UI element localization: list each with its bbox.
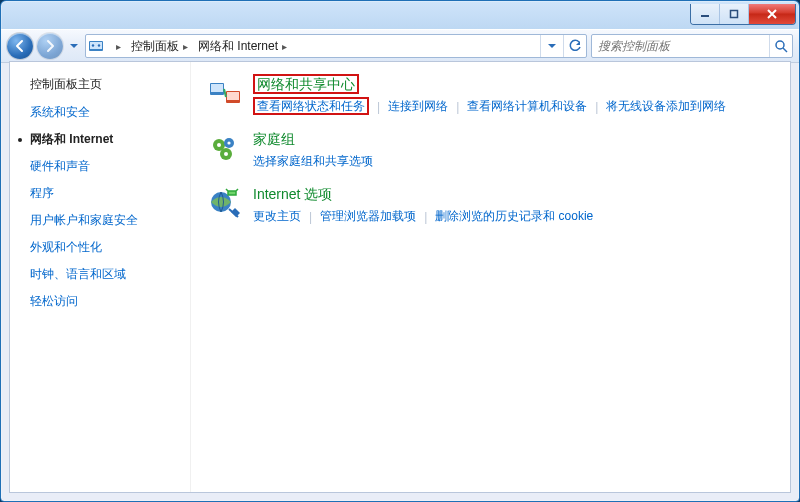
sidebar-item-label: 轻松访问 xyxy=(30,294,78,308)
category-link-label: 更改主页 xyxy=(253,209,301,223)
category-title[interactable]: Internet 选项 xyxy=(253,186,774,204)
svg-point-6 xyxy=(776,41,784,49)
category: 家庭组选择家庭组和共享选项 xyxy=(207,131,774,170)
link-separator: | xyxy=(448,100,467,114)
category: 网络和共享中心查看网络状态和任务|连接到网络|查看网络计算机和设备|将无线设备添… xyxy=(207,76,774,115)
svg-rect-11 xyxy=(227,92,239,100)
highlight-box: 查看网络状态和任务 xyxy=(253,97,369,115)
search-field[interactable] xyxy=(591,34,793,58)
sidebar-item-label: 硬件和声音 xyxy=(30,159,90,173)
sidebar: 控制面板主页 系统和安全网络和 Internet硬件和声音程序用户帐户和家庭安全… xyxy=(10,62,191,492)
category-links: 选择家庭组和共享选项 xyxy=(253,153,774,170)
svg-rect-1 xyxy=(731,11,738,18)
category-icon xyxy=(207,76,243,112)
category-link-label: 管理浏览器加载项 xyxy=(320,209,416,223)
category-link-label: 查看网络状态和任务 xyxy=(257,99,365,113)
svg-point-5 xyxy=(98,44,100,46)
category-icon xyxy=(207,186,243,222)
main-panel: 网络和共享中心查看网络状态和任务|连接到网络|查看网络计算机和设备|将无线设备添… xyxy=(191,62,790,492)
highlight-box: 网络和共享中心 xyxy=(253,74,359,94)
category-body: 网络和共享中心查看网络状态和任务|连接到网络|查看网络计算机和设备|将无线设备添… xyxy=(253,76,774,115)
search-icon[interactable] xyxy=(769,35,792,57)
sidebar-item[interactable]: 用户帐户和家庭安全 xyxy=(10,207,190,234)
maximize-button[interactable] xyxy=(719,4,748,24)
titlebar xyxy=(1,1,799,29)
sidebar-item-label: 时钟、语言和区域 xyxy=(30,267,126,281)
breadcrumb-item[interactable]: 网络和 Internet ▸ xyxy=(192,35,291,57)
category-link[interactable]: 管理浏览器加载项 xyxy=(320,208,416,225)
breadcrumb-root[interactable]: ▸ xyxy=(106,35,125,57)
category: Internet 选项更改主页|管理浏览器加载项|删除浏览的历史记录和 cook… xyxy=(207,186,774,225)
svg-line-7 xyxy=(783,48,787,52)
category-link[interactable]: 更改主页 xyxy=(253,208,301,225)
svg-point-16 xyxy=(227,141,230,144)
category-link[interactable]: 连接到网络 xyxy=(388,98,448,115)
refresh-button[interactable] xyxy=(563,35,586,57)
sidebar-item[interactable]: 硬件和声音 xyxy=(10,153,190,180)
category-title[interactable]: 家庭组 xyxy=(253,131,774,149)
category-link-label: 选择家庭组和共享选项 xyxy=(253,154,373,168)
category-link[interactable]: 将无线设备添加到网络 xyxy=(606,98,726,115)
content: 控制面板主页 系统和安全网络和 Internet硬件和声音程序用户帐户和家庭安全… xyxy=(9,61,791,493)
sidebar-item-label: 系统和安全 xyxy=(30,105,90,119)
control-panel-icon xyxy=(86,36,106,56)
category-body: Internet 选项更改主页|管理浏览器加载项|删除浏览的历史记录和 cook… xyxy=(253,186,774,225)
svg-point-4 xyxy=(92,44,94,46)
svg-rect-9 xyxy=(211,84,223,92)
category-link[interactable]: 删除浏览的历史记录和 cookie xyxy=(435,208,593,225)
close-button[interactable] xyxy=(748,4,795,24)
category-link[interactable]: 选择家庭组和共享选项 xyxy=(253,153,373,170)
link-separator: | xyxy=(587,100,606,114)
search-input[interactable] xyxy=(592,39,769,53)
nav-history-dropdown[interactable] xyxy=(67,35,81,57)
category-title-label: Internet 选项 xyxy=(253,186,332,202)
address-bar[interactable]: ▸ 控制面板 ▸ 网络和 Internet ▸ xyxy=(85,34,587,58)
category-title-label: 网络和共享中心 xyxy=(257,76,355,92)
breadcrumb-item[interactable]: 控制面板 ▸ xyxy=(125,35,192,57)
sidebar-heading[interactable]: 控制面板主页 xyxy=(10,76,190,99)
address-dropdown[interactable] xyxy=(540,35,563,57)
nav-back-button[interactable] xyxy=(7,33,33,59)
category-title-label: 家庭组 xyxy=(253,131,295,147)
sidebar-item[interactable]: 时钟、语言和区域 xyxy=(10,261,190,288)
sidebar-item-label: 外观和个性化 xyxy=(30,240,102,254)
toolbar: ▸ 控制面板 ▸ 网络和 Internet ▸ xyxy=(1,29,799,63)
window: ▸ 控制面板 ▸ 网络和 Internet ▸ xyxy=(0,0,800,502)
category-body: 家庭组选择家庭组和共享选项 xyxy=(253,131,774,170)
category-link-label: 连接到网络 xyxy=(388,99,448,113)
sidebar-item[interactable]: 程序 xyxy=(10,180,190,207)
link-separator: | xyxy=(369,100,388,114)
category-links: 查看网络状态和任务|连接到网络|查看网络计算机和设备|将无线设备添加到网络 xyxy=(253,98,774,115)
sidebar-item[interactable]: 网络和 Internet xyxy=(10,126,190,153)
svg-point-17 xyxy=(224,152,228,156)
category-link[interactable]: 查看网络计算机和设备 xyxy=(467,98,587,115)
window-buttons xyxy=(690,4,796,25)
category-link-label: 将无线设备添加到网络 xyxy=(606,99,726,113)
link-separator: | xyxy=(416,210,435,224)
sidebar-item[interactable]: 轻松访问 xyxy=(10,288,190,315)
svg-point-15 xyxy=(217,143,221,147)
sidebar-item[interactable]: 系统和安全 xyxy=(10,99,190,126)
minimize-button[interactable] xyxy=(691,4,719,24)
category-link-label: 查看网络计算机和设备 xyxy=(467,99,587,113)
breadcrumb-label: 网络和 Internet xyxy=(198,38,278,55)
sidebar-item-label: 用户帐户和家庭安全 xyxy=(30,213,138,227)
breadcrumb-label: 控制面板 xyxy=(131,38,179,55)
category-link-label: 删除浏览的历史记录和 cookie xyxy=(435,209,593,223)
link-separator: | xyxy=(301,210,320,224)
sidebar-item[interactable]: 外观和个性化 xyxy=(10,234,190,261)
category-link[interactable]: 查看网络状态和任务 xyxy=(253,98,369,115)
nav-forward-button[interactable] xyxy=(37,33,63,59)
sidebar-item-label: 网络和 Internet xyxy=(30,132,113,146)
category-icon xyxy=(207,131,243,167)
category-title[interactable]: 网络和共享中心 xyxy=(253,76,774,94)
sidebar-item-label: 程序 xyxy=(30,186,54,200)
category-links: 更改主页|管理浏览器加载项|删除浏览的历史记录和 cookie xyxy=(253,208,774,225)
